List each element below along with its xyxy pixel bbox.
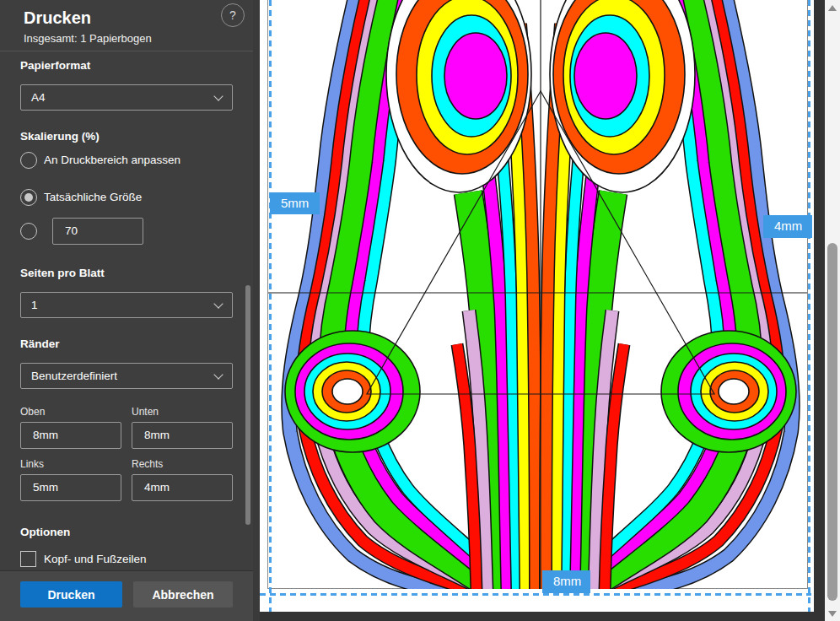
margin-bottom-input[interactable]: 8mm [132,422,233,449]
options-label: Optionen [20,526,70,538]
print-preview-area: 5mm 4mm 8mm [253,0,840,621]
custom-scale-input[interactable]: 70 [52,218,143,245]
margin-bottom-label: Unten [132,406,159,418]
chevron-down-icon [213,299,223,308]
margin-top-label: Oben [20,406,45,418]
radio-actual-label[interactable]: Tatsächliche Größe [44,191,142,203]
header-divider [0,51,253,51]
radio-custom-scale[interactable] [20,223,37,240]
margins-mode-value: Benutzerdefiniert [31,370,117,382]
pages-per-sheet-select[interactable]: 1 [20,292,233,318]
print-dialog: Drucken Insgesamt: 1 Papierbogen ? Papie… [0,0,840,621]
margin-top-input[interactable]: 8mm [20,422,121,449]
scrollbar-thumb[interactable] [827,243,837,601]
radio-actual-size[interactable] [20,189,37,206]
print-settings-sidebar: Drucken Insgesamt: 1 Papierbogen ? Papie… [0,0,253,621]
bottom-margin-guide[interactable] [260,593,811,596]
preview-frame-right [814,0,825,621]
header-footer-label[interactable]: Kopf- und Fußzeilen [44,553,147,565]
pages-per-sheet-value: 1 [31,299,38,311]
left-margin-guide[interactable] [269,0,272,613]
scroll-up-icon[interactable] [828,5,837,11]
margins-label: Ränder [20,338,60,350]
pages-per-sheet-label: Seiten pro Blatt [20,267,105,279]
contour-plot-preview [268,0,807,589]
header-footer-checkbox[interactable] [20,551,36,567]
help-button[interactable]: ? [221,3,245,27]
print-button[interactable]: Drucken [20,581,122,608]
preview-frame-left [253,0,260,621]
margin-left-input[interactable]: 5mm [20,474,121,501]
right-margin-handle[interactable]: 4mm [763,215,812,238]
paper-format-label: Papierformat [20,59,90,72]
bottom-margin-handle[interactable]: 8mm [542,570,590,593]
paper-format-select[interactable]: A4 [20,84,233,111]
radio-fit-label[interactable]: An Druckbereich anpassen [44,154,180,166]
paper-format-value: A4 [31,91,46,104]
scroll-down-icon[interactable] [828,611,837,617]
margin-left-label: Links [20,458,44,470]
right-margin-guide[interactable] [808,0,810,613]
sidebar-scrollbar-thumb[interactable] [245,285,250,525]
preview-scrollbar[interactable] [825,0,840,621]
sheet-count-text: Insgesamt: 1 Papierbogen [24,32,152,45]
margin-right-input[interactable]: 4mm [132,474,233,501]
dialog-title: Drucken [24,8,91,28]
margins-mode-select[interactable]: Benutzerdefiniert [20,363,233,389]
cancel-button[interactable]: Abbrechen [133,581,233,608]
scaling-label: Skalierung (%) [20,130,100,143]
chevron-down-icon [213,370,223,379]
preview-frame-bottom [260,612,814,621]
radio-fit-to-printable[interactable] [20,152,37,169]
dialog-footer: Drucken Abbrechen [0,570,253,621]
margin-right-label: Rechts [132,458,163,470]
left-margin-handle[interactable]: 5mm [270,192,320,214]
chevron-down-icon [213,91,223,100]
